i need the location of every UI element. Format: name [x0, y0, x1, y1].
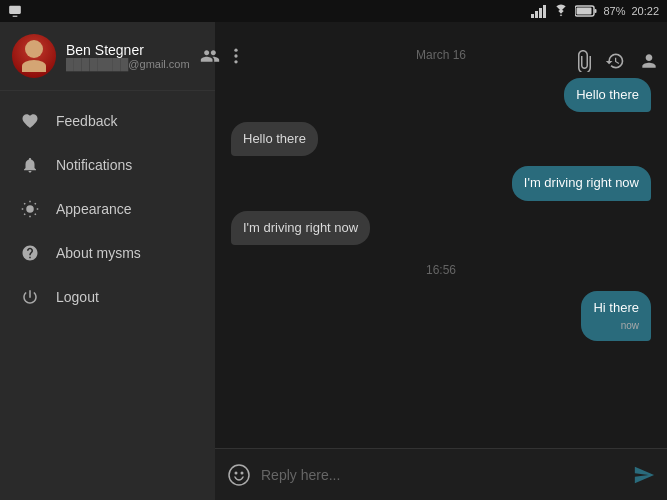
message-row: I'm driving right now: [231, 166, 651, 200]
contacts-icon[interactable]: [200, 46, 220, 66]
sidebar-menu: Feedback Notifications Appearance: [0, 91, 215, 500]
sidebar-item-logout[interactable]: Logout: [0, 275, 215, 319]
bubble-received-2: I'm driving right now: [231, 211, 370, 245]
svg-point-13: [235, 471, 238, 474]
time-divider: 16:56: [231, 263, 651, 277]
input-bar: [215, 448, 667, 500]
svg-rect-1: [531, 14, 534, 18]
user-name: Ben Stegner: [66, 42, 190, 58]
svg-point-14: [241, 471, 244, 474]
wifi-icon: [553, 4, 569, 18]
sidebar-item-about[interactable]: About mysms: [0, 231, 215, 275]
svg-point-9: [234, 54, 237, 57]
logout-label: Logout: [56, 289, 99, 305]
chat-area: March 16 Hello there Hello there I'm dri…: [215, 22, 667, 500]
chat-messages: March 16 Hello there Hello there I'm dri…: [215, 22, 667, 448]
appearance-label: Appearance: [56, 201, 132, 217]
svg-point-8: [234, 49, 237, 52]
sidebar-header: Ben Stegner ████████@gmail.com: [0, 22, 215, 91]
more-options-icon[interactable]: [228, 46, 244, 66]
appearance-icon: [20, 199, 40, 219]
message-row: I'm driving right now: [231, 211, 651, 245]
message-row: Hello there: [231, 78, 651, 112]
notifications-label: Notifications: [56, 157, 132, 173]
history-icon[interactable]: [605, 51, 625, 71]
bubble-meta: now: [593, 319, 639, 333]
svg-rect-6: [595, 9, 597, 13]
battery-percent: 87%: [603, 5, 625, 17]
contact-icon[interactable]: [639, 51, 659, 71]
send-button[interactable]: [633, 464, 655, 486]
sidebar-item-notifications[interactable]: Notifications: [0, 143, 215, 187]
svg-point-12: [229, 465, 249, 485]
status-bar: 87% 20:22: [0, 0, 667, 22]
time-display: 20:22: [631, 5, 659, 17]
svg-rect-3: [539, 8, 542, 18]
sidebar-item-feedback[interactable]: Feedback: [0, 99, 215, 143]
emoji-button[interactable]: [227, 463, 251, 487]
feedback-label: Feedback: [56, 113, 117, 129]
bubble-sent-2: I'm driving right now: [512, 166, 651, 200]
power-icon: [20, 287, 40, 307]
svg-point-11: [26, 205, 34, 213]
svg-rect-4: [543, 5, 546, 18]
heart-icon: [20, 111, 40, 131]
message-input[interactable]: [261, 467, 623, 483]
bubble-received-1: Hello there: [231, 122, 318, 156]
header-icons: [200, 46, 244, 66]
bubble-sent-3: Hi there now: [581, 291, 651, 341]
bell-icon: [20, 155, 40, 175]
chat-top-icons: [573, 50, 659, 72]
about-label: About mysms: [56, 245, 141, 261]
sidebar: Ben Stegner ████████@gmail.com: [0, 22, 215, 500]
svg-rect-2: [535, 11, 538, 18]
user-email: ████████@gmail.com: [66, 58, 190, 70]
message-row: Hello there: [231, 122, 651, 156]
status-left: [8, 4, 22, 18]
sidebar-item-appearance[interactable]: Appearance: [0, 187, 215, 231]
notification-icon: [8, 4, 22, 18]
battery-icon: [575, 5, 597, 17]
svg-rect-7: [577, 8, 592, 15]
signal-icon: [531, 4, 547, 18]
avatar[interactable]: [12, 34, 56, 78]
user-info: Ben Stegner ████████@gmail.com: [66, 42, 190, 70]
svg-rect-0: [9, 6, 21, 14]
svg-point-10: [234, 60, 237, 63]
question-icon: [20, 243, 40, 263]
message-row: Hi there now: [231, 291, 651, 341]
status-right: 87% 20:22: [531, 4, 659, 18]
bubble-sent-1: Hello there: [564, 78, 651, 112]
attach-icon[interactable]: [573, 50, 591, 72]
